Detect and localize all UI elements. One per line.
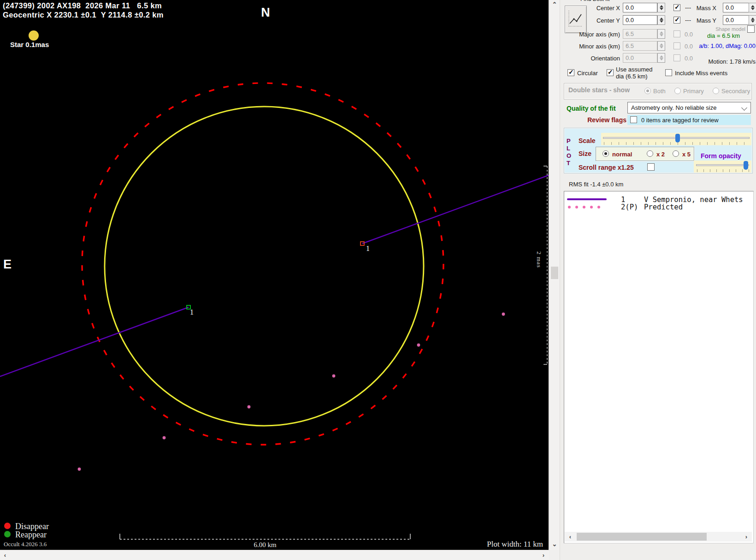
east-label: E xyxy=(3,257,12,272)
mas-bracket-label: 2 mas xyxy=(535,251,543,268)
scale-slider[interactable] xyxy=(601,133,751,145)
double-stars-both-label: Both xyxy=(653,88,666,95)
observed-chord-swatch xyxy=(567,198,607,200)
disappear-dot-icon xyxy=(4,523,11,529)
chord-list[interactable]: 1 V Sempronio, near Whets 2(P) Predicted… xyxy=(564,191,754,543)
scroll-range-checkbox[interactable] xyxy=(647,163,655,171)
fit-control-panel: Find Best fit Center X 0.0 --- Mass X 0.… xyxy=(560,0,756,560)
chord-marker-label-disappear: 1 xyxy=(366,244,370,253)
plot-letter-l: L xyxy=(567,145,570,152)
form-opacity-slider-thumb[interactable] xyxy=(744,161,748,170)
minor-axis-checkbox xyxy=(673,42,680,49)
center-y-suffix: --- xyxy=(685,17,691,24)
double-stars-both-radio[interactable] xyxy=(644,88,651,94)
mass-x-label: Mass X xyxy=(691,5,716,12)
scale-slider-thumb[interactable] xyxy=(675,134,680,143)
plot-geocentric: Geocentric X 2230.1 ±0.1 Y 2114.8 ±0.2 k… xyxy=(3,11,164,19)
size-x2-label: x 2 xyxy=(656,151,665,158)
list-scroll-thumb[interactable] xyxy=(577,533,707,541)
form-opacity-slider[interactable] xyxy=(694,161,751,173)
chord-list-horizontal-scrollbar[interactable]: ‹ › xyxy=(565,532,752,542)
size-normal-radio[interactable] xyxy=(602,150,609,157)
scroll-up-icon[interactable]: ⌃ xyxy=(549,1,560,8)
center-x-input[interactable]: 0.0 xyxy=(623,3,657,12)
vertical-scroll-thumb[interactable] xyxy=(551,267,558,279)
center-y-label: Center Y xyxy=(579,17,620,24)
chord-number: 2(P) xyxy=(621,203,638,211)
mass-y-label: Mass Y xyxy=(691,17,716,24)
reappear-label: Reappear xyxy=(15,530,47,540)
orientation-aux: 0.0 xyxy=(685,55,693,62)
orientation-spinner xyxy=(657,53,665,63)
scroll-down-icon[interactable]: ⌄ xyxy=(549,541,560,548)
plot-title: (247399) 2002 AX198 2026 Mar 11 6.5 km xyxy=(3,1,162,10)
include-miss-label: Include Miss events xyxy=(675,70,727,77)
center-x-spinner[interactable] xyxy=(657,3,665,12)
circular-checkbox[interactable] xyxy=(567,69,574,76)
app-version-label: Occult 4.2026 3.6 xyxy=(4,541,47,548)
double-stars-primary-label: Primary xyxy=(683,88,704,95)
use-assumed-dia-checkbox[interactable] xyxy=(607,69,614,76)
orientation-checkbox xyxy=(673,54,680,61)
minor-axis-spinner xyxy=(657,41,665,51)
mass-y-spinner[interactable] xyxy=(749,15,756,25)
mass-x-spinner[interactable] xyxy=(749,3,756,12)
north-label: N xyxy=(256,6,275,20)
center-x-checkbox[interactable] xyxy=(673,4,680,11)
chord-marker-label-reappear: 1 xyxy=(190,308,194,316)
list-scroll-left-icon[interactable]: ‹ xyxy=(567,533,573,541)
mass-x-input[interactable]: 0.0 xyxy=(723,3,749,12)
size-x2-radio[interactable] xyxy=(647,150,653,157)
shape-model-label: Shape model xyxy=(712,26,745,32)
predicted-chord-swatch xyxy=(568,206,571,209)
scroll-range-label: Scroll range x1.25 xyxy=(579,164,634,171)
plot-letter-p: P xyxy=(567,137,571,144)
size-x5-radio[interactable] xyxy=(673,150,679,157)
orientation-label: Orientation xyxy=(569,55,620,62)
circular-label: Circular xyxy=(577,70,598,77)
double-stars-secondary-radio[interactable] xyxy=(713,88,719,94)
size-radio-panel: normal x 2 x 5 xyxy=(596,147,694,161)
legend-disappear: Disappear xyxy=(4,522,73,530)
motion-label: Motion: 1.78 km/s xyxy=(698,58,756,65)
plot-width-label: Plot width: 11 km xyxy=(438,540,543,549)
major-axis-aux: 0.0 xyxy=(685,31,693,38)
major-axis-input: 6.5 xyxy=(623,29,657,39)
scroll-left-icon[interactable]: ‹ xyxy=(2,552,8,559)
minor-axis-label: Minor axis (km) xyxy=(569,43,620,50)
panel-vertical-scrollbar[interactable]: ⌃ ⌄ xyxy=(549,0,560,550)
double-stars-secondary-label: Secondary xyxy=(721,88,750,95)
occult-window: (247399) 2002 AX198 2026 Mar 11 6.5 km G… xyxy=(0,0,756,560)
review-flags-box: 0 items are tagged for review xyxy=(627,115,751,125)
center-y-spinner[interactable] xyxy=(657,15,665,25)
quality-of-fit-dropdown[interactable]: Astrometry only. No reliable size xyxy=(627,102,751,113)
find-best-fit-group-label: Find Best fit xyxy=(580,0,609,2)
scrollbar-corner xyxy=(549,550,560,560)
window-horizontal-scrollbar[interactable]: ‹ › xyxy=(0,550,549,560)
double-stars-primary-radio[interactable] xyxy=(674,88,681,94)
center-x-label: Center X xyxy=(579,5,620,12)
scroll-right-icon[interactable]: › xyxy=(540,552,547,559)
size-label: Size xyxy=(579,150,591,157)
review-flags-checkbox[interactable] xyxy=(630,116,637,123)
size-normal-label: normal xyxy=(612,151,632,158)
mass-y-input[interactable]: 0.0 xyxy=(723,15,749,25)
chord-name: Predicted xyxy=(644,203,683,211)
plot-canvas xyxy=(0,0,549,550)
center-y-input[interactable]: 0.0 xyxy=(623,15,657,25)
major-axis-label: Major axis (km) xyxy=(569,31,620,38)
reappear-dot-icon xyxy=(4,531,11,537)
orientation-input: 0.0 xyxy=(623,53,657,63)
diameter-label: dia = 6.5 km xyxy=(707,32,740,39)
quality-of-fit-value: Astrometry only. No reliable size xyxy=(631,104,716,111)
list-scroll-right-icon[interactable]: › xyxy=(744,533,749,541)
include-miss-checkbox[interactable] xyxy=(665,69,672,76)
occultation-plot: (247399) 2002 AX198 2026 Mar 11 6.5 km G… xyxy=(0,0,549,550)
review-flags-text: 0 items are tagged for review xyxy=(641,117,719,124)
double-stars-title: Double stars - show xyxy=(568,86,630,94)
center-y-checkbox[interactable] xyxy=(673,17,680,24)
shape-model-checkbox[interactable] xyxy=(747,25,755,33)
center-x-suffix: --- xyxy=(685,4,691,11)
rms-fit-label: RMS fit -1.4 ±0.0 km xyxy=(569,181,623,188)
minor-axis-input: 6.5 xyxy=(623,41,657,51)
